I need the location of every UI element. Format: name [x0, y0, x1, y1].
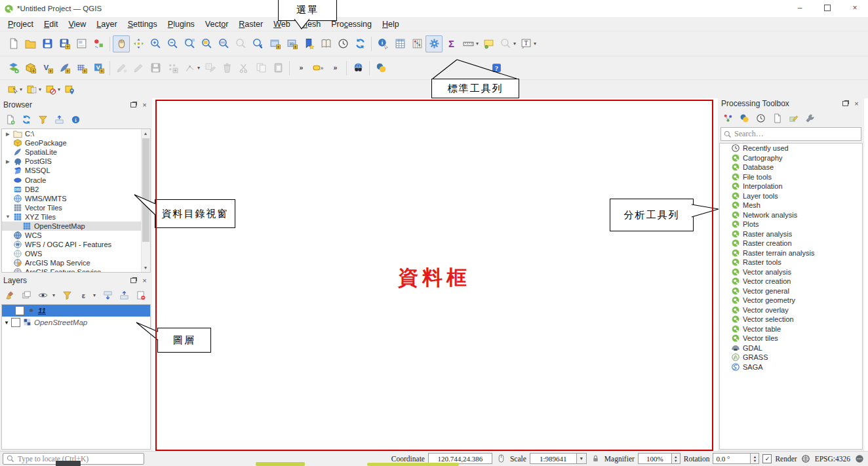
- label-toolbar-overflow-button[interactable]: »: [326, 60, 344, 77]
- zoom-next-button[interactable]: [249, 35, 266, 52]
- identify-features-button[interactable]: i: [374, 35, 391, 52]
- layer-item-11[interactable]: 11: [2, 305, 150, 317]
- crs-globe-icon[interactable]: [800, 453, 812, 464]
- close-button[interactable]: ×: [847, 3, 863, 13]
- zoom-in-button[interactable]: [147, 35, 164, 52]
- metasearch-button[interactable]: [349, 60, 366, 77]
- toolbar-overflow-button[interactable]: »: [292, 60, 309, 77]
- python-console-button[interactable]: [372, 60, 389, 77]
- vertex-tool-button[interactable]: [181, 60, 198, 77]
- processing-toolbox-toggle-button[interactable]: [425, 35, 443, 52]
- processing-results-viewer-button[interactable]: [771, 112, 783, 124]
- layers-expand-all-button[interactable]: [102, 289, 113, 301]
- save-project-button[interactable]: [39, 35, 56, 52]
- menu-help[interactable]: Help: [377, 18, 404, 30]
- layers-manage-map-themes-button[interactable]: [37, 289, 49, 301]
- processing-item-saga[interactable]: SAGA: [720, 362, 862, 372]
- browser-refresh-browser-button[interactable]: [20, 113, 32, 125]
- new-spatial-bookmark-button[interactable]: [300, 35, 317, 52]
- browser-properties-widget-button[interactable]: i: [69, 113, 81, 125]
- measure-line-button[interactable]: [460, 35, 477, 52]
- processing-item-raster-terrain-analysis[interactable]: Raster terrain analysis: [720, 248, 862, 258]
- processing-python-scripts-button[interactable]: [738, 112, 750, 124]
- layers-close-button[interactable]: ×: [140, 277, 149, 285]
- processing-item-vector-geometry[interactable]: Vector geometry: [720, 296, 862, 305]
- cut-features-button[interactable]: [235, 60, 252, 77]
- zoom-full-extent-button[interactable]: [181, 35, 198, 52]
- processing-item-file-tools[interactable]: File tools: [720, 172, 862, 182]
- minimize-button[interactable]: –: [792, 3, 808, 13]
- browser-item-ows[interactable]: OWS: [2, 249, 150, 258]
- label-toolbar-collapsed-button[interactable]: »: [309, 60, 326, 77]
- browser-item-arcgis-map-service[interactable]: ArcGIS Map Service: [2, 258, 150, 267]
- browser-item-wfs-ogc-api-features[interactable]: WWFS / OGC API - Features: [2, 240, 150, 249]
- processing-options-button[interactable]: [804, 112, 816, 124]
- browser-collapse-all-button[interactable]: [53, 113, 65, 125]
- expander-icon[interactable]: ▼: [4, 214, 12, 220]
- help-contents-button[interactable]: ?: [488, 60, 505, 77]
- zoom-last-button[interactable]: [232, 35, 249, 52]
- browser-item-wms-wmts[interactable]: WMS/WMTS: [2, 194, 150, 203]
- deselect-features-button[interactable]: [43, 81, 58, 97]
- messages-icon[interactable]: [854, 453, 865, 464]
- select-features-button[interactable]: [5, 81, 20, 97]
- layers-open-layer-styling-button[interactable]: [4, 289, 16, 301]
- menu-vector[interactable]: Vector: [200, 18, 233, 30]
- delete-selected-button[interactable]: [218, 60, 235, 77]
- modify-attributes-button[interactable]: [201, 60, 218, 77]
- text-annotation-button[interactable]: T: [517, 35, 534, 52]
- processing-edit-features-in-place-button[interactable]: [787, 112, 799, 124]
- browser-filter-browser-button[interactable]: [37, 113, 49, 125]
- scroll-up-icon[interactable]: ▲: [142, 129, 149, 138]
- layers-remove-layer-button[interactable]: [134, 289, 146, 301]
- menu-project[interactable]: Project: [3, 18, 39, 30]
- processing-item-layer-tools[interactable]: Layer tools: [720, 191, 862, 201]
- layers-collapse-all-layers-button[interactable]: [118, 289, 130, 301]
- browser-item-arcgis-feature-service[interactable]: ArcGIS Feature Service: [2, 267, 150, 273]
- processing-close-button[interactable]: ×: [852, 100, 861, 108]
- zoom-to-selection-button[interactable]: [198, 35, 215, 52]
- layers-filter-by-expression-button[interactable]: ε: [77, 289, 89, 301]
- processing-item-vector-creation[interactable]: Vector creation: [720, 277, 862, 286]
- save-layer-edits-button[interactable]: [147, 60, 164, 77]
- layer-item-openstreetmap[interactable]: ▼OpenStreetMap: [2, 317, 150, 328]
- new-spatialite-layer-button[interactable]: [56, 60, 73, 77]
- layers-filter-legend-button[interactable]: [61, 289, 73, 301]
- layers-filter-by-expression-dropdown-icon[interactable]: ▾: [93, 292, 96, 298]
- vertex-tool-dropdown-icon[interactable]: ▾: [197, 65, 200, 71]
- browser-item-xyz-tiles[interactable]: ▼XYZ Tiles: [2, 212, 150, 222]
- layers-float-button[interactable]: [129, 277, 138, 285]
- lock-scale-icon[interactable]: [590, 453, 601, 464]
- menu-view[interactable]: View: [63, 18, 91, 30]
- processing-item-raster-creation[interactable]: Raster creation: [720, 239, 862, 248]
- browser-item-db2[interactable]: DB2DB2: [2, 185, 150, 194]
- processing-item-raster-analysis[interactable]: Raster analysis: [720, 229, 862, 239]
- new-annotation-button[interactable]: [497, 35, 514, 52]
- layers-manage-map-themes-dropdown-icon[interactable]: ▾: [52, 292, 55, 298]
- render-checkbox[interactable]: ✓: [762, 454, 772, 463]
- paste-features-button[interactable]: [269, 60, 286, 77]
- scroll-thumb[interactable]: [142, 138, 149, 242]
- style-manager-button[interactable]: [90, 35, 107, 52]
- new-geopackage-layer-button[interactable]: [22, 60, 39, 77]
- temporal-controller-button[interactable]: [334, 35, 351, 52]
- rotation-spinner[interactable]: ▲▼: [751, 453, 759, 464]
- scale-combo[interactable]: 1:989641: [530, 453, 577, 464]
- menu-plugins[interactable]: Plugins: [163, 18, 200, 30]
- processing-float-button[interactable]: [841, 100, 850, 108]
- expander-icon[interactable]: ▼: [2, 320, 11, 326]
- new-map-view-button[interactable]: [266, 35, 283, 52]
- copy-features-button[interactable]: [252, 60, 269, 77]
- browser-item-oracle[interactable]: Oracle: [2, 175, 150, 184]
- new-shapefile-layer-button[interactable]: V: [39, 60, 56, 77]
- menu-raster[interactable]: Raster: [233, 18, 268, 30]
- layers-add-group-button[interactable]: [20, 289, 32, 301]
- processing-model-designer-button[interactable]: [722, 112, 734, 124]
- new-3d-map-view-button[interactable]: 3D: [283, 35, 300, 52]
- new-annotation-dropdown-icon[interactable]: ▾: [513, 41, 516, 47]
- magnifier-spinner[interactable]: ▲▼: [672, 453, 681, 464]
- browser-item-openstreetmap[interactable]: OpenStreetMap: [2, 222, 150, 231]
- text-annotation-dropdown-icon[interactable]: ▾: [534, 41, 536, 47]
- menu-layer[interactable]: Layer: [91, 18, 122, 30]
- magnifier-input[interactable]: 100%: [638, 453, 672, 464]
